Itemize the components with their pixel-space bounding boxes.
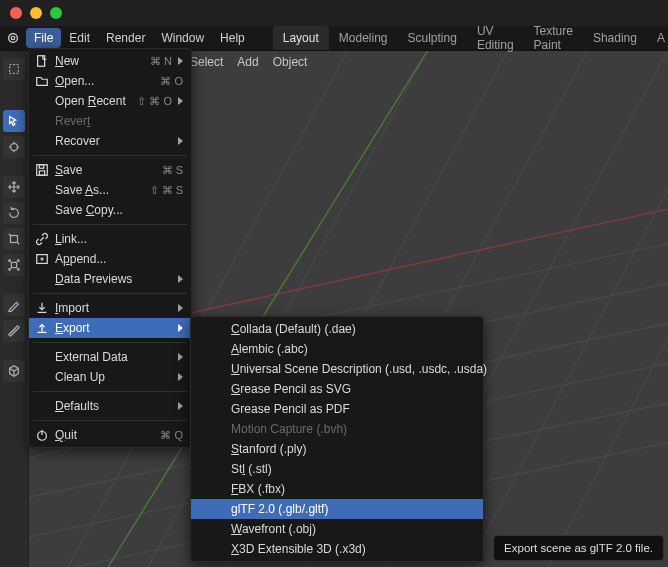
submenu-arrow-icon <box>178 57 183 65</box>
submenu-arrow-icon <box>178 353 183 361</box>
svg-point-6 <box>9 260 11 262</box>
tool-move[interactable] <box>3 176 25 198</box>
export-item-9-label: glTF 2.0 (.glb/.gltf) <box>231 502 475 516</box>
viewport-menu-add[interactable]: Add <box>237 55 258 69</box>
export-submenu: Collada (Default) (.dae)Alembic (.abc)Un… <box>190 316 484 562</box>
export-item-5-label: Motion Capture (.bvh) <box>231 422 475 436</box>
file-menu-save-as-label: Save As... <box>55 183 142 197</box>
svg-rect-24 <box>37 165 48 176</box>
svg-point-3 <box>11 144 18 151</box>
file-menu-save[interactable]: Save⌘ S <box>29 160 191 180</box>
export-item-10[interactable]: Wavefront (.obj) <box>191 519 483 539</box>
export-item-3[interactable]: Grease Pencil as SVG <box>191 379 483 399</box>
svg-point-0 <box>9 34 18 43</box>
export-item-7[interactable]: Stl (.stl) <box>191 459 483 479</box>
export-icon <box>33 321 51 335</box>
mac-maximize-button[interactable] <box>50 7 62 19</box>
workspace-tab-texture-paint[interactable]: Texture Paint <box>524 26 583 50</box>
tool-select-box[interactable] <box>3 110 25 132</box>
file-menu-open[interactable]: Open...⌘ O <box>29 71 191 91</box>
menubar-item-edit[interactable]: Edit <box>61 26 98 50</box>
file-menu-save-as[interactable]: Save As...⇧ ⌘ S <box>29 180 191 200</box>
submenu-arrow-icon <box>178 275 183 283</box>
file-menu-clean-up[interactable]: Clean Up <box>29 367 191 387</box>
file-menu-defaults[interactable]: Defaults <box>29 396 191 416</box>
menubar-item-window[interactable]: Window <box>153 26 212 50</box>
tooltip: Export scene as glTF 2.0 file. <box>493 535 664 561</box>
mac-close-button[interactable] <box>10 7 22 19</box>
tool-tweak[interactable] <box>3 58 25 80</box>
file-menu-save-copy[interactable]: Save Copy... <box>29 200 191 220</box>
export-item-5: Motion Capture (.bvh) <box>191 419 483 439</box>
file-menu-quit[interactable]: Quit⌘ Q <box>29 425 191 445</box>
tool-rotate[interactable] <box>3 202 25 224</box>
tool-add-cube[interactable] <box>3 360 25 382</box>
workspace-tab-layout[interactable]: Layout <box>273 26 329 50</box>
tool-annotate[interactable] <box>3 294 25 316</box>
export-item-1[interactable]: Alembic (.abc) <box>191 339 483 359</box>
submenu-arrow-icon <box>178 137 183 145</box>
workspace-tabs: LayoutModelingSculptingUV EditingTexture… <box>273 26 668 50</box>
export-item-4[interactable]: Grease Pencil as PDF <box>191 399 483 419</box>
viewport-menu-object[interactable]: Object <box>273 55 308 69</box>
tool-cursor[interactable] <box>3 136 25 158</box>
file-menu-append[interactable]: Append... <box>29 249 191 269</box>
svg-rect-25 <box>39 171 44 175</box>
save-icon <box>33 163 51 177</box>
file-menu-import[interactable]: Import <box>29 298 191 318</box>
file-menu-link[interactable]: Link... <box>29 229 191 249</box>
export-item-9[interactable]: glTF 2.0 (.glb/.gltf) <box>191 499 483 519</box>
file-menu-data-previews[interactable]: Data Previews <box>29 269 191 289</box>
import-icon <box>33 301 51 315</box>
menubar-item-render[interactable]: Render <box>98 26 153 50</box>
file-menu-export[interactable]: Export <box>29 318 191 338</box>
viewport-menu-select[interactable]: Select <box>190 55 223 69</box>
export-item-2[interactable]: Universal Scene Description (.usd, .usdc… <box>191 359 483 379</box>
file-menu-link-label: Link... <box>55 232 183 246</box>
export-item-6[interactable]: Stanford (.ply) <box>191 439 483 459</box>
file-menu-revert-label: Revert <box>55 114 183 128</box>
append-icon <box>33 252 51 266</box>
blender-logo-icon[interactable] <box>6 29 20 47</box>
menubar-item-help[interactable]: Help <box>212 26 253 50</box>
svg-rect-2 <box>10 65 19 74</box>
menu-separator <box>33 420 187 421</box>
file-menu-open-shortcut: ⌘ O <box>160 75 183 88</box>
file-menu-save-label: Save <box>55 163 154 177</box>
file-menu-export-label: Export <box>55 321 172 335</box>
workspace-tab-sculpting[interactable]: Sculpting <box>398 26 467 50</box>
menu-separator <box>33 293 187 294</box>
submenu-arrow-icon <box>178 97 183 105</box>
file-menu-open-recent[interactable]: Open Recent⇧ ⌘ O <box>29 91 191 111</box>
tool-measure[interactable] <box>3 320 25 342</box>
menubar-item-file[interactable]: File <box>26 28 61 48</box>
file-menu-recover[interactable]: Recover <box>29 131 191 151</box>
file-menu-revert: Revert <box>29 111 191 131</box>
file-menu-quit-shortcut: ⌘ Q <box>160 429 183 442</box>
file-menu-save-as-shortcut: ⇧ ⌘ S <box>150 184 183 197</box>
svg-rect-23 <box>38 56 45 67</box>
export-item-11[interactable]: X3D Extensible 3D (.x3d) <box>191 539 483 559</box>
file-menu-new[interactable]: New⌘ N <box>29 51 191 71</box>
workspace-tab-shading[interactable]: Shading <box>583 26 647 50</box>
mac-minimize-button[interactable] <box>30 7 42 19</box>
file-menu-append-label: Append... <box>55 252 183 266</box>
workspace-tab-uv-editing[interactable]: UV Editing <box>467 26 524 50</box>
export-item-8[interactable]: FBX (.fbx) <box>191 479 483 499</box>
menu-separator <box>33 155 187 156</box>
tool-scale[interactable] <box>3 228 25 250</box>
file-menu-save-shortcut: ⌘ S <box>162 164 183 177</box>
export-item-3-label: Grease Pencil as SVG <box>231 382 475 396</box>
submenu-arrow-icon <box>178 373 183 381</box>
workspace-tab-modeling[interactable]: Modeling <box>329 26 398 50</box>
file-new-icon <box>33 54 51 68</box>
file-menu-open-label: Open... <box>55 74 152 88</box>
file-menu-external-data[interactable]: External Data <box>29 347 191 367</box>
submenu-arrow-icon <box>178 324 183 332</box>
file-menu-recover-label: Recover <box>55 134 172 148</box>
export-item-0[interactable]: Collada (Default) (.dae) <box>191 319 483 339</box>
export-item-6-label: Stanford (.ply) <box>231 442 475 456</box>
tool-transform[interactable] <box>3 254 25 276</box>
workspace-tab-a[interactable]: A <box>647 26 668 50</box>
folder-icon <box>33 74 51 88</box>
